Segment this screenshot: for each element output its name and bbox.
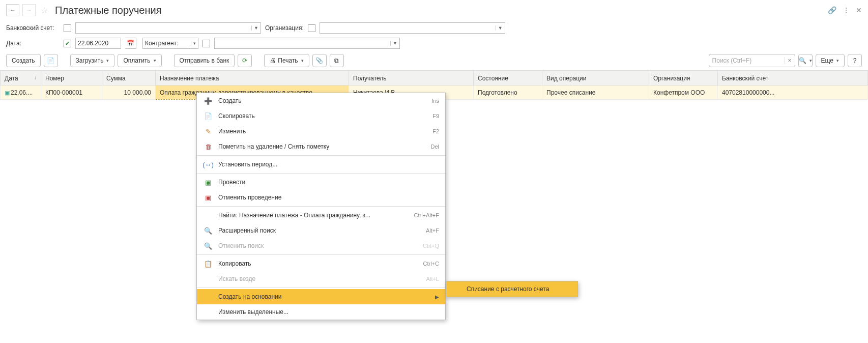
col-recipient[interactable]: Получатель (349, 71, 474, 85)
context-menu: ➕ Создать Ins 📄 Скопировать F9 ✎ Изменит… (196, 93, 446, 100)
copy-doc-button[interactable]: 📄 (44, 54, 58, 67)
col-date[interactable]: Дата↓ (1, 71, 41, 85)
bank-account-field[interactable]: ▼ (75, 22, 261, 34)
header-bar: ← → ☆ Платежные поручения 🔗 ⋮ ✕ (0, 0, 868, 20)
org-label: Организация: (265, 24, 304, 32)
chevron-down-icon: ▼ (251, 25, 258, 31)
cell-sum[interactable]: 10 000,00 (102, 85, 156, 100)
date-checkbox[interactable] (64, 40, 71, 47)
create-button[interactable]: Создать (6, 54, 41, 67)
counterparty-label-box: Контрагент: ▾ (142, 38, 198, 49)
chevron-down-icon: ▾ (191, 41, 196, 46)
attach-button[interactable]: 📎 (312, 54, 327, 67)
plus-icon: ➕ (203, 97, 213, 100)
col-state[interactable]: Состояние (474, 71, 542, 85)
filter-row-1: Банковский счет: ▼ Организация: ▼ (0, 20, 868, 36)
nav-back-button[interactable]: ← (6, 4, 19, 16)
col-org[interactable]: Организация (649, 71, 718, 85)
cell-org[interactable]: Конфетпром ООО (649, 85, 718, 100)
counterparty-checkbox[interactable] (202, 40, 210, 47)
date-input[interactable]: 22.06.2020 (75, 38, 121, 49)
send-bank-button[interactable]: Отправить в банк (174, 54, 235, 67)
col-purpose[interactable]: Назначение платежа (156, 71, 349, 85)
counterparty-field[interactable]: ▼ (214, 38, 400, 49)
page-title: Платежные поручения (55, 5, 161, 16)
load-button[interactable]: Загрузить▾ (70, 54, 115, 67)
search-button[interactable]: 🔍▾ (798, 54, 813, 67)
print-button[interactable]: 🖨Печать▾ (264, 54, 309, 67)
col-sum[interactable]: Сумма (102, 71, 156, 85)
bank-account-label: Банковский счет: (6, 24, 60, 32)
cell-date[interactable]: ▣22.06.... (1, 85, 41, 100)
filter-row-2: Дата: 22.06.2020 📅 Контрагент: ▾ ▼ (0, 36, 868, 51)
col-bank-acc[interactable]: Банковский счет (718, 71, 868, 85)
chevron-down-icon: ▼ (390, 41, 397, 46)
refresh-button[interactable]: ⟳ (238, 54, 252, 67)
org-checkbox[interactable] (308, 24, 315, 32)
bank-account-checkbox[interactable] (64, 24, 71, 32)
nav-forward-button: → (22, 4, 36, 16)
favorite-star-icon[interactable]: ☆ (41, 6, 48, 15)
help-button[interactable]: ? (848, 54, 862, 67)
pay-button[interactable]: Оплатить▾ (118, 54, 161, 67)
cell-op-type[interactable]: Прочее списание (542, 85, 649, 100)
menu-dots-icon[interactable]: ⋮ (843, 6, 850, 14)
clear-search-icon[interactable]: × (785, 57, 792, 64)
toolbar: Создать 📄 Загрузить▾ Оплатить▾ Отправить… (0, 51, 868, 70)
chevron-down-icon: ▼ (496, 25, 503, 31)
search-input[interactable]: Поиск (Ctrl+F) × (709, 54, 795, 67)
table-header-row: Дата↓ Номер Сумма Назначение платежа Пол… (1, 71, 868, 85)
menu-create[interactable]: ➕ Создать Ins (197, 93, 445, 100)
cell-bank-acc[interactable]: 40702810000000... (718, 85, 868, 100)
cell-state[interactable]: Подготовлено (474, 85, 542, 100)
col-op-type[interactable]: Вид операции (542, 71, 649, 85)
document-icon: ▣ (5, 90, 10, 96)
calendar-icon[interactable]: 📅 (125, 38, 136, 49)
date-label: Дата: (6, 40, 60, 47)
org-field[interactable]: ▼ (320, 22, 505, 34)
col-number[interactable]: Номер (41, 71, 102, 85)
related-button[interactable]: ⧉ (330, 54, 344, 67)
cell-number[interactable]: КП00-000001 (41, 85, 102, 100)
close-icon[interactable]: ✕ (856, 6, 862, 14)
link-icon[interactable]: 🔗 (828, 6, 836, 14)
more-button[interactable]: Еще▾ (816, 54, 845, 67)
